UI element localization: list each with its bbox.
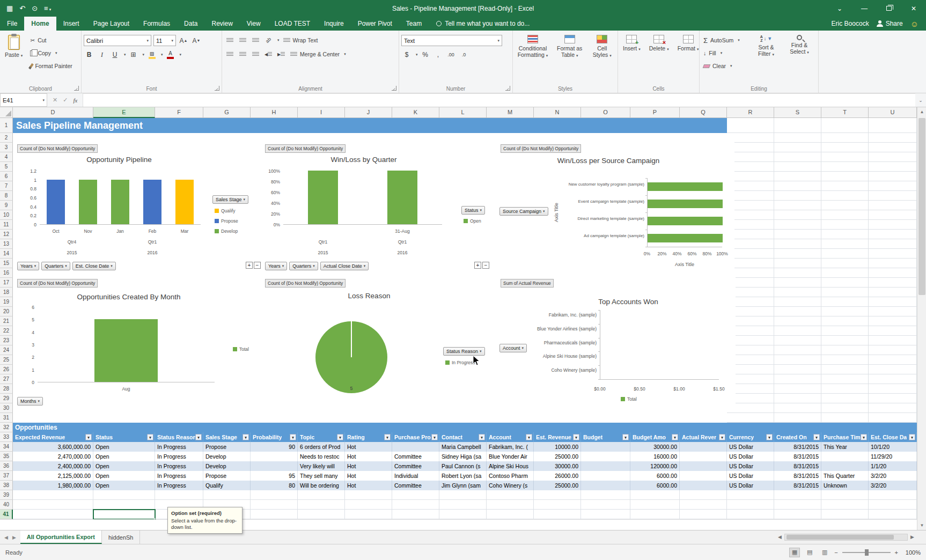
row-header-5[interactable]: 5 [0, 162, 13, 172]
column-header-T[interactable]: T [821, 107, 869, 118]
row-header-7[interactable]: 7 [0, 181, 13, 191]
tab-home[interactable]: Home [24, 17, 56, 31]
table-cell[interactable] [392, 442, 439, 452]
row-header-39[interactable]: 39 [0, 490, 13, 500]
table-cell[interactable]: Develop [203, 452, 251, 461]
expand-formula-bar-icon[interactable]: ⌄ [915, 93, 926, 107]
table-cell[interactable]: Contoso Pharm [487, 471, 534, 481]
field-button-account[interactable]: Account▾ [499, 344, 527, 352]
excel-logo-icon[interactable]: ▦ [6, 4, 13, 12]
table-cell[interactable] [821, 461, 869, 471]
row-header-13[interactable]: 13 [0, 239, 13, 249]
row-header-26[interactable]: 26 [0, 365, 13, 374]
touch-mode-icon[interactable]: ⊙ [32, 4, 38, 12]
undo-icon[interactable]: ↶ [19, 4, 25, 12]
pivot-value-button[interactable]: Count of (Do Not Modify) Opportunity [17, 279, 98, 288]
font-size-combo[interactable]: 11▾ [153, 35, 176, 46]
row-header-2[interactable]: 2 [0, 133, 13, 143]
table-cell[interactable]: Hot [345, 481, 392, 490]
column-header-E[interactable]: E [93, 107, 155, 118]
row-header-8[interactable]: 8 [0, 191, 13, 201]
sheet-tab-hidden-sheet[interactable]: hiddenSh [102, 530, 141, 544]
row-header-10[interactable]: 10 [0, 210, 13, 220]
decrease-font-size-icon[interactable]: A▼ [191, 35, 202, 46]
table-cell[interactable]: In Progress [155, 452, 203, 461]
row-header-1[interactable]: 1 [0, 118, 13, 133]
delete-cells-button[interactable]: × Delete▾ [646, 33, 672, 83]
increase-font-size-icon[interactable]: A▲ [178, 35, 189, 46]
table-cell[interactable]: US Dollar [727, 452, 774, 461]
tab-load-test[interactable]: LOAD TEST [268, 17, 317, 31]
table-cell[interactable]: 10/1/20 [869, 442, 917, 452]
table-cell[interactable] [581, 481, 630, 490]
fill-button[interactable]: ↓Fill▾ [702, 48, 748, 58]
conditional-formatting-button[interactable]: Conditional Formatting▾ [515, 33, 550, 83]
alignment-dialog-launcher[interactable] [392, 86, 396, 91]
table-cell[interactable]: Jim Glynn (sam [439, 481, 487, 490]
row-header-32[interactable]: 32 [0, 423, 13, 432]
table-cell[interactable]: Open [93, 481, 155, 490]
field-button-quarters[interactable]: Quarters▾ [41, 262, 70, 270]
row-header-19[interactable]: 19 [0, 297, 13, 307]
table-cell[interactable]: Robert Lyon (sa [439, 471, 487, 481]
zoom-slider-thumb[interactable] [865, 549, 869, 556]
column-header-S[interactable]: S [774, 107, 821, 118]
table-cell[interactable]: 11/29/20 [869, 452, 917, 461]
align-top-icon[interactable] [224, 35, 235, 46]
table-cell[interactable] [680, 442, 727, 452]
format-cells-button[interactable]: Format▾ [675, 33, 702, 83]
next-sheet-icon[interactable]: ▶ [12, 535, 16, 540]
row-header-37[interactable]: 37 [0, 471, 13, 481]
row-header-14[interactable]: 14 [0, 249, 13, 259]
table-cell[interactable]: 2,470,000.00 [13, 452, 93, 461]
table-cell[interactable]: Individual [392, 471, 439, 481]
table-cell[interactable]: 80 [251, 481, 298, 490]
find-select-button[interactable]: Find & Select▾ [784, 33, 814, 83]
table-cell[interactable]: 6 orders of Prod [298, 442, 345, 452]
field-button-actual-close-date[interactable]: Actual Close Date▾ [320, 262, 369, 270]
row-header-12[interactable]: 12 [0, 230, 13, 239]
pivot-value-button[interactable]: Sum of Actual Revenue [501, 279, 554, 288]
table-cell[interactable]: In Progress [155, 442, 203, 452]
table-cell[interactable] [680, 471, 727, 481]
row-header-25[interactable]: 25 [0, 355, 13, 365]
vertical-scroll-thumb[interactable] [918, 118, 925, 295]
table-cell[interactable]: Open [93, 442, 155, 452]
table-cell[interactable] [680, 452, 727, 461]
table-cell[interactable]: 8/31/2015 [774, 461, 821, 471]
filter-icon[interactable]: ▾ [431, 434, 438, 440]
align-middle-icon[interactable] [237, 35, 248, 46]
table-cell[interactable] [821, 452, 869, 461]
share-button[interactable]: Share [877, 20, 903, 27]
row-header-3[interactable]: 3 [0, 143, 13, 152]
field-button-est-close-date[interactable]: Est. Close Date▾ [72, 262, 116, 270]
tab-power-pivot[interactable]: Power Pivot [351, 17, 399, 31]
increase-decimal-icon[interactable]: .00 [446, 49, 457, 60]
column-header-J[interactable]: J [345, 107, 392, 118]
table-cell[interactable]: 3,600,000.00 [13, 442, 93, 452]
underline-dropdown-icon[interactable]: ▾ [124, 53, 126, 57]
name-box[interactable]: E41▾ [0, 93, 47, 107]
comma-style-icon[interactable]: , [433, 49, 444, 60]
collapse-button[interactable]: − [482, 262, 489, 269]
format-painter-button[interactable]: Format Painter [28, 61, 74, 71]
row-header-9[interactable]: 9 [0, 201, 13, 210]
filter-icon[interactable]: ▾ [813, 434, 820, 440]
copy-button[interactable]: Copy▾ [28, 48, 74, 58]
horizontal-scroll-thumb[interactable] [787, 535, 894, 540]
column-header-D[interactable]: D [13, 107, 93, 118]
table-cell[interactable]: Develop [203, 461, 251, 471]
filter-icon[interactable]: ▾ [526, 434, 532, 440]
table-cell[interactable]: Hot [345, 442, 392, 452]
tell-me-box[interactable]: Tell me what you want to do... [429, 17, 537, 31]
align-right-icon[interactable] [250, 49, 261, 60]
font-family-combo[interactable]: Calibri▾ [84, 35, 151, 46]
fill-handle[interactable] [154, 518, 157, 519]
table-cell[interactable]: 10000.00 [534, 442, 581, 452]
insert-function-icon[interactable]: fx [73, 97, 77, 104]
table-cell[interactable]: 1/1/20 [869, 461, 917, 471]
table-cell[interactable]: Open [93, 452, 155, 461]
tab-inquire[interactable]: Inquire [317, 17, 351, 31]
filter-icon[interactable]: ▾ [479, 434, 485, 440]
select-all-corner[interactable] [0, 107, 13, 118]
